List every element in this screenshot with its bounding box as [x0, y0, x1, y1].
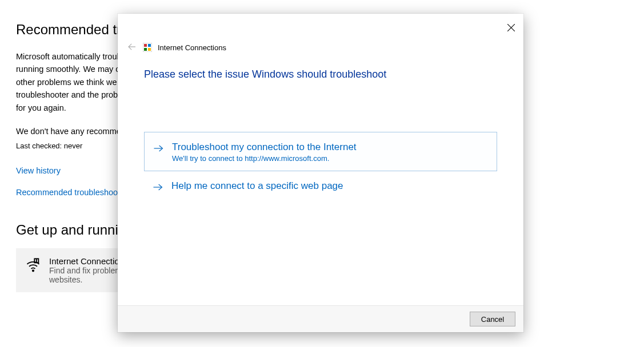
back-button[interactable] [127, 42, 137, 53]
dialog-title: Internet Connections [158, 43, 226, 52]
wifi-icon [25, 257, 41, 273]
dialog-titlebar [118, 14, 523, 34]
cancel-button[interactable]: Cancel [470, 312, 515, 326]
option-specific-webpage[interactable]: Help me connect to a specific web page [144, 171, 497, 201]
back-arrow-icon [127, 42, 137, 54]
close-icon [507, 24, 515, 33]
dialog-toolbar: Internet Connections [118, 34, 523, 53]
svg-rect-8 [148, 44, 151, 47]
svg-rect-9 [144, 48, 147, 51]
arrow-right-icon [152, 181, 163, 193]
close-button[interactable] [503, 21, 519, 37]
dialog-body: Please select the issue Windows should t… [118, 53, 523, 305]
svg-point-0 [33, 271, 34, 272]
dialog-footer: Cancel [118, 305, 523, 332]
option-title: Troubleshoot my connection to the Intern… [172, 142, 357, 153]
option-subtitle: We'll try to connect to http://www.micro… [172, 154, 357, 163]
svg-rect-10 [148, 48, 151, 51]
option-troubleshoot-internet[interactable]: Troubleshoot my connection to the Intern… [144, 132, 497, 171]
dialog-prompt: Please select the issue Windows should t… [144, 68, 497, 80]
troubleshooter-app-icon [143, 43, 152, 52]
option-title: Help me connect to a specific web page [171, 180, 343, 192]
svg-rect-7 [144, 44, 147, 47]
arrow-right-icon [153, 143, 164, 154]
troubleshooter-dialog: Internet Connections Please select the i… [118, 14, 523, 332]
